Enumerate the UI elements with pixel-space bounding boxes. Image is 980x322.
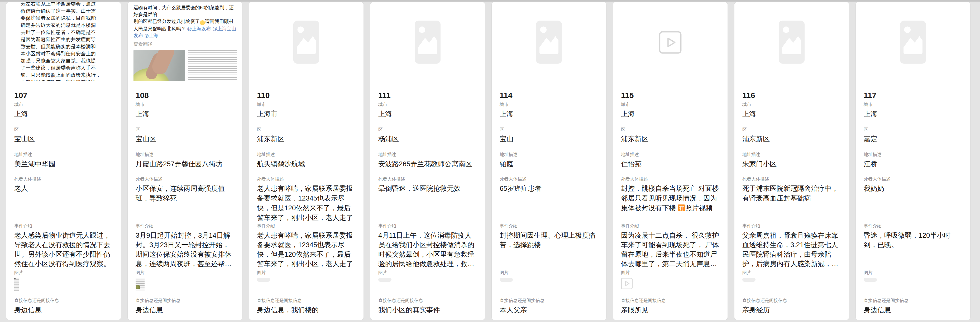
field-image: 图片 [135, 270, 234, 298]
field-value-victim: 小区保安，连续两周高强度值班，导致猝死 [135, 184, 234, 203]
field-label-address: 地址描述 [14, 152, 113, 157]
field-label-city: 城市 [378, 102, 477, 108]
field-value-direct: 身边信息 [135, 305, 234, 315]
field-value-city: 上海 [135, 109, 234, 119]
field-label-victim: 死者大体描述 [500, 176, 598, 182]
field-label-district: 区 [864, 127, 963, 133]
text-screenshot-thumb-icon [14, 278, 19, 291]
victim-text: 65岁癌症患者 [500, 184, 542, 192]
empty-attachment-pill-icon [864, 278, 877, 282]
field-value-address: 安波路265弄兰花教师公寓南区 [378, 159, 477, 169]
field-value-direct: 本人父亲 [500, 305, 598, 315]
field-victim-description: 死者大体描述 老人 [14, 176, 113, 223]
see-translation-link[interactable]: 查看翻译 [134, 41, 237, 48]
image-attachment-thumbnail[interactable] [14, 278, 113, 291]
field-label-victim: 死者大体描述 [257, 176, 356, 182]
field-value-address: 朱家门小区 [742, 159, 841, 169]
field-label-direct: 直接信息还是间接信息 [378, 298, 477, 303]
record-id: 117 [864, 81, 963, 102]
field-label-direct: 直接信息还是间接信息 [500, 298, 598, 303]
field-label-image: 图片 [864, 270, 963, 276]
field-event-intro: 事件介绍 4月11日上午，这位消毒防疫人员在给我们小区封控楼做消杀的时候突然晕倒… [378, 223, 477, 270]
field-city: 城市 上海 [742, 102, 841, 127]
record-card[interactable]: 115 城市 上海 区 浦东新区 地址描述 仁怡苑 死者大体描述 封控，跳楼自杀… [613, 2, 727, 320]
field-label-district: 区 [135, 127, 234, 133]
field-label-direct: 直接信息还是间接信息 [864, 298, 963, 303]
field-city: 城市 上海 [621, 102, 720, 127]
field-value-city: 上海 [378, 109, 477, 119]
field-value-event: 因为凌晨十二点自杀， 很久救护车来了可能看到现场死了， 尸体留在原地，后来半夜也… [621, 230, 720, 268]
field-value-event: 封控期间因生理、心理上极度痛苦，选择跳楼 [500, 230, 598, 249]
field-label-event: 事件介绍 [135, 223, 234, 229]
mention-link-shanghai-fabu[interactable]: @上海发布 [187, 26, 211, 31]
image-attachment-thumbnail[interactable] [135, 278, 234, 291]
field-address: 地址描述 安波路265弄兰花教师公寓南区 [378, 152, 477, 176]
image-attachment-thumbnail[interactable] [621, 278, 720, 289]
record-card[interactable]: 110 城市 上海市 区 浦东新区 地址描述 航头镇鹤沙航城 死者大体描述 老人… [249, 2, 364, 320]
card-media-preview[interactable] [249, 2, 364, 81]
card-gallery: 分左右联系上中华园居委会，通过 微信语音确认了这一事实。由于需 要保护患者家属的… [0, 2, 980, 320]
field-image: 图片 [864, 270, 963, 298]
field-label-direct: 直接信息还是间接信息 [14, 298, 113, 303]
record-card[interactable]: 运输有时间，为什么跟居委会的60的菜能到，还好多是烂的 别的区都已经分发过几批物… [128, 2, 242, 320]
location-link-shanghai[interactable]: ◎上海 [145, 33, 158, 38]
record-card[interactable]: 111 城市 上海 区 杨浦区 地址描述 安波路265弄兰花教师公寓南区 死者大… [371, 2, 485, 320]
field-value-victim: 老人患有哮喘，家属联系居委报备要求就医，12345也表示尽快，但是120依然来不… [257, 184, 356, 223]
image-attachment-thumbnail[interactable] [500, 278, 598, 282]
field-label-city: 城市 [742, 102, 841, 108]
field-district: 区 浦东新区 [257, 127, 356, 152]
image-attachment-thumbnail[interactable] [742, 278, 841, 282]
post-text: 运输有时间，为什么跟居委会的60的菜能到，还好多是烂的 别的区都已经分发过几批物… [134, 4, 237, 39]
victim-text: 我奶奶 [864, 184, 884, 192]
field-label-image: 图片 [500, 270, 598, 276]
victim-text: 晕倒昏迷，送医院抢救无效 [378, 184, 461, 192]
field-label-city: 城市 [257, 102, 356, 108]
top-edge-strip [0, 0, 980, 2]
field-label-city: 城市 [864, 102, 963, 108]
field-direct-or-indirect: 直接信息还是间接信息 亲眼所见 [621, 298, 720, 320]
field-direct-or-indirect: 直接信息还是间接信息 身边信息 [14, 298, 113, 320]
field-district: 区 杨浦区 [378, 127, 477, 152]
card-media-preview[interactable] [734, 2, 849, 81]
record-card[interactable]: 114 城市 上海 区 宝山 地址描述 铂庭 死者大体描述 65岁癌症患者 事件… [492, 2, 606, 320]
field-image: 图片 [742, 270, 841, 298]
field-event-intro: 事件介绍 3月9日起开始封控，3月14日解封。3月23日又一轮封控开始，期间这位… [135, 223, 234, 270]
field-value-direct: 我们小区的真实事件 [378, 305, 477, 315]
field-label-victim: 死者大体描述 [378, 176, 477, 182]
field-event-intro: 事件介绍 因为凌晨十二点自杀， 很久救护车来了可能看到现场死了， 尸体留在原地，… [621, 223, 720, 270]
image-attachment-thumbnail[interactable] [864, 278, 963, 282]
field-value-victim: 晕倒昏迷，送医院抢救无效 [378, 184, 477, 194]
field-value-direct: 身边信息 [14, 305, 113, 315]
empty-attachment-pill-icon [257, 278, 270, 282]
card-media-preview[interactable]: 分左右联系上中华园居委会，通过 微信语音确认了这一事实。由于需 要保护患者家属的… [6, 2, 121, 81]
field-address: 地址描述 铂庭 [500, 152, 598, 176]
record-card[interactable]: 117 城市 上海 区 嘉定 地址描述 江桥 死者大体描述 我奶奶 事件介绍 昏… [856, 2, 970, 320]
dense-caption-text [188, 50, 237, 81]
card-media-preview[interactable] [371, 2, 485, 81]
empty-attachment-pill-icon [500, 278, 513, 282]
field-label-event: 事件介绍 [378, 223, 477, 229]
record-card[interactable]: 分左右联系上中华园居委会，通过 微信语音确认了这一事实。由于需 要保护患者家属的… [6, 2, 121, 320]
field-label-victim: 死者大体描述 [14, 176, 113, 182]
field-label-event: 事件介绍 [500, 223, 598, 229]
image-attachment-thumbnail[interactable] [257, 278, 356, 282]
field-label-event: 事件介绍 [742, 223, 841, 229]
empty-attachment-pill-icon [742, 278, 756, 282]
record-card[interactable]: 116 城市 上海 区 浦东新区 地址描述 朱家门小区 死者大体描述 死于浦东医… [734, 2, 849, 320]
image-attachment-thumbnail[interactable] [378, 278, 477, 282]
field-label-victim: 死者大体描述 [621, 176, 720, 182]
field-label-event: 事件介绍 [14, 223, 113, 229]
card-media-preview[interactable] [856, 2, 970, 81]
field-image: 图片 [378, 270, 477, 298]
record-id: 115 [621, 81, 720, 102]
field-value-address: 美兰湖中华园 [14, 159, 113, 169]
record-id: 111 [378, 81, 477, 102]
card-media-preview[interactable]: 运输有时间，为什么跟居委会的60的菜能到，还好多是烂的 别的区都已经分发过几批物… [128, 2, 242, 81]
card-media-preview[interactable] [492, 2, 606, 81]
field-image: 图片 [621, 270, 720, 298]
card-media-preview[interactable] [613, 2, 727, 81]
field-victim-description: 死者大体描述 我奶奶 [864, 176, 963, 223]
field-value-victim: 我奶奶 [864, 184, 963, 194]
have-badge-icon: 有 [678, 205, 685, 211]
field-event-intro: 事件介绍 封控期间因生理、心理上极度痛苦，选择跳楼 [500, 223, 598, 270]
